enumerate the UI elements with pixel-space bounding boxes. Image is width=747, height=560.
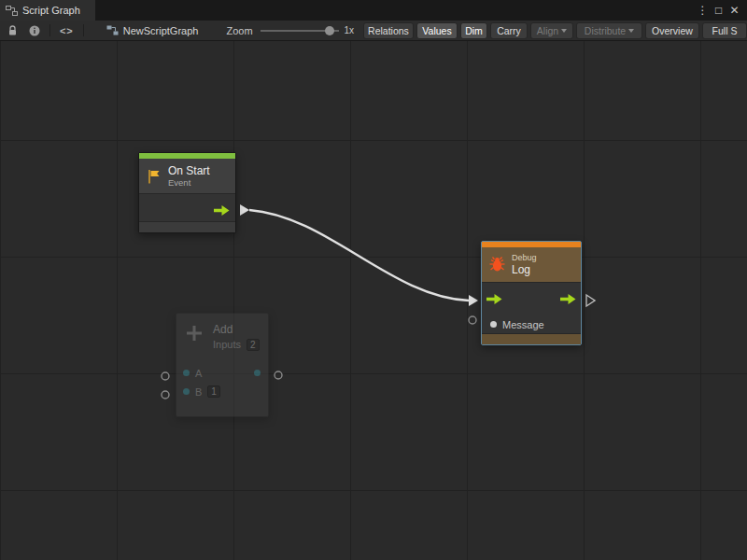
graph-asset-icon	[106, 24, 119, 36]
script-graph-icon	[6, 5, 18, 17]
chevron-down-icon	[628, 29, 634, 33]
sum-output-port[interactable]	[254, 370, 261, 376]
add-a-port-indicator-circle[interactable]	[162, 372, 169, 380]
message-port-label: Message	[502, 319, 544, 330]
on-start-body	[139, 193, 235, 221]
relations-button[interactable]: Relations	[363, 22, 414, 39]
node-log[interactable]: Debug Log Message	[481, 241, 582, 345]
add-header: Add Inputs 2	[176, 314, 268, 352]
zoom-value: 1x	[344, 25, 354, 35]
b-port-label: B	[195, 386, 202, 398]
tab-title: Script Graph	[22, 5, 80, 16]
tab-script-graph[interactable]: Script Graph	[0, 0, 95, 21]
node-on-start[interactable]: On Start Event	[138, 152, 236, 233]
zoom-slider[interactable]	[261, 25, 340, 36]
window-controls: ⋮ □ ✕	[695, 0, 747, 21]
distribute-button[interactable]: Distribute	[576, 22, 642, 39]
carry-button[interactable]: Carry	[490, 22, 528, 39]
trigger-output-port[interactable]	[214, 205, 230, 216]
fullscreen-button[interactable]: Full S	[702, 22, 747, 39]
zoom-slider-handle[interactable]	[325, 26, 334, 35]
distribute-label: Distribute	[585, 25, 626, 36]
graph-canvas[interactable]: On Start Event	[0, 41, 747, 560]
a-input-port[interactable]	[183, 370, 190, 376]
onstart-output-connection-arrow[interactable]	[240, 204, 249, 216]
message-input-port[interactable]	[490, 321, 497, 328]
log-flow-port-row	[482, 283, 581, 315]
on-start-header: On Start Event	[139, 159, 235, 193]
a-port-label: A	[195, 368, 202, 379]
toolbar-separator	[49, 24, 50, 36]
align-label: Align	[537, 25, 558, 36]
add-port-row-a: A	[176, 364, 268, 383]
bug-icon	[488, 256, 506, 273]
node-add-dimmed[interactable]: Add Inputs 2 A B 1	[176, 313, 269, 417]
graph-name-label: NewScriptGraph	[123, 25, 199, 36]
maximize-icon[interactable]: □	[711, 0, 726, 21]
titlebar: Script Graph ⋮ □ ✕	[0, 0, 747, 21]
info-icon[interactable]	[27, 21, 42, 41]
log-message-port-row: Message	[482, 315, 581, 334]
graph-name-button[interactable]: NewScriptGraph	[106, 24, 199, 36]
add-title: Add	[213, 323, 260, 336]
wire-layer	[0, 41, 747, 560]
wire-end-arrow	[469, 295, 478, 306]
b-input-port[interactable]	[183, 388, 190, 395]
toolbar-buttons: Relations Values Dim Carry Align Distrib…	[363, 22, 747, 39]
overview-button[interactable]: Overview	[645, 22, 699, 39]
b-value-field[interactable]: 1	[207, 385, 220, 398]
on-start-footer	[139, 221, 235, 232]
log-message-port-indicator-circle[interactable]	[469, 316, 476, 324]
kebab-menu-icon[interactable]: ⋮	[695, 0, 711, 21]
unity-script-graph-window: Script Graph ⋮ □ ✕ <>	[0, 0, 747, 560]
close-icon[interactable]: ✕	[726, 0, 742, 21]
code-icon[interactable]: <>	[58, 21, 76, 41]
add-port-row-b: B 1	[176, 383, 268, 401]
add-b-port-indicator-circle[interactable]	[162, 391, 169, 399]
log-body: Message	[482, 282, 581, 333]
log-output-indicator-triangle[interactable]	[586, 295, 595, 306]
on-start-subtitle: Event	[168, 177, 210, 188]
graph-toolbar: <> NewScriptGraph Zoom 1x Relations Valu…	[0, 21, 747, 41]
plus-icon	[184, 323, 204, 343]
zoom-label: Zoom	[226, 25, 252, 36]
log-footer	[482, 333, 581, 344]
align-button[interactable]: Align	[530, 22, 573, 39]
trigger-output-port[interactable]	[560, 294, 576, 304]
wire-onstart-to-log[interactable]	[249, 210, 469, 301]
log-header: Debug Log	[482, 247, 581, 282]
add-ports: A B 1	[176, 364, 268, 401]
lock-icon[interactable]	[6, 21, 20, 41]
values-button[interactable]: Values	[416, 22, 458, 39]
chevron-down-icon	[561, 29, 567, 33]
toolbar-separator	[83, 24, 84, 36]
add-inputs-label: Inputs	[213, 339, 241, 351]
dim-button[interactable]: Dim	[460, 22, 487, 39]
add-inputs-value-field[interactable]: 2	[247, 339, 260, 351]
log-title: Log	[512, 263, 537, 276]
log-category: Debug	[512, 253, 537, 263]
add-output-port-indicator-circle[interactable]	[275, 371, 282, 379]
trigger-input-port[interactable]	[486, 294, 502, 304]
on-start-title: On Start	[168, 164, 210, 177]
flag-icon	[146, 168, 162, 185]
